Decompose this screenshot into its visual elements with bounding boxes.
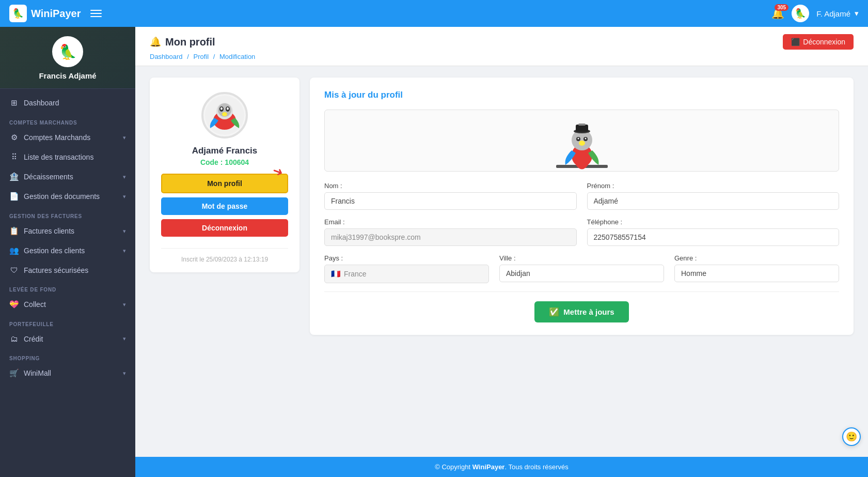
user-name-label: F. Adjamé [816, 9, 850, 18]
page-footer: © Copyright WiniPayer. Tous droits réser… [135, 457, 868, 477]
form-group-genre: Genre : [674, 254, 839, 283]
profile-card-profil-button[interactable]: Mon profil [161, 174, 288, 193]
update-form-card: Mis à jour du profil [310, 78, 854, 335]
shopping-icon: 🛒 [9, 368, 19, 378]
sidebar-label-gestion-documents: Gestion des documents [24, 192, 100, 201]
pays-flag: 🇫🇷 [331, 269, 341, 279]
sidebar-label-liste-transactions: Liste des transactions [24, 153, 93, 161]
sidebar-item-decaissements[interactable]: 🏦 Décaissements ▾ [0, 167, 135, 187]
top-nav-left: 🦜 WiniPayer [9, 5, 104, 22]
sidebar-avatar: 🦜 [52, 36, 83, 67]
user-avatar: 🦜 [792, 5, 809, 22]
credit-icon: 🗂 [9, 334, 19, 343]
sidebar-item-factures-securisees[interactable]: 🛡 Factures sécurisées [0, 260, 135, 280]
update-submit-button[interactable]: ✅ Mettre à jours [534, 301, 628, 322]
profile-card-code: Code : 100604 [200, 158, 249, 166]
nom-input[interactable] [324, 192, 577, 210]
sidebar-item-comptes-marchands[interactable]: ⚙ Comptes Marchands ▾ [0, 128, 135, 147]
check-icon: ✅ [549, 307, 559, 317]
breadcrumb-profil[interactable]: Profil [193, 53, 209, 60]
hamburger-line-1 [90, 10, 102, 11]
sidebar-item-winimall[interactable]: 🛒 WiniMall ▾ [0, 363, 135, 383]
form-group-email: Email : [324, 218, 577, 246]
sidebar-avatar-wrap: 🦜 [52, 36, 83, 67]
page-header: 🔔 Mon profil ⬛ Déconnexion Dashboard / P… [135, 27, 868, 66]
shield-icon: 🛡 [9, 266, 19, 274]
sidebar-item-dashboard[interactable]: ⊞ Dashboard [0, 93, 135, 113]
hamburger-button[interactable] [88, 8, 104, 19]
svg-rect-14 [578, 124, 586, 126]
email-input[interactable] [324, 228, 577, 246]
app-name: WiniPayer [31, 8, 81, 20]
comptes-icon: ⚙ [9, 133, 19, 142]
avatar-upload-illustration [530, 119, 634, 171]
telephone-input[interactable] [587, 228, 840, 246]
sidebar: 🦜 Francis Adjamé ⊞ Dashboard COMPTES MAR… [0, 27, 135, 477]
prenom-input[interactable] [587, 192, 840, 210]
update-form-title: Mis à jour du profil [324, 90, 839, 100]
chevron-icon-docs: ▾ [123, 193, 126, 200]
sidebar-item-credit[interactable]: 🗂 Crédit ▾ [0, 329, 135, 348]
chevron-down-icon: ▾ [855, 9, 859, 18]
profile-card-name: Adjamé Francis [192, 146, 258, 156]
breadcrumb-modification: Modification [219, 53, 255, 60]
form-group-nom: Nom : [324, 182, 577, 210]
genre-input[interactable] [674, 265, 839, 282]
chevron-icon-dec: ▾ [123, 174, 126, 180]
telephone-label: Téléphone : [587, 218, 840, 226]
sidebar-item-factures-clients[interactable]: 📋 Factures clients ▾ [0, 221, 135, 241]
section-label-levee-fond: LEVÉE DE FOND [0, 280, 135, 295]
form-group-telephone: Téléphone : [587, 218, 840, 246]
sidebar-nav: ⊞ Dashboard COMPTES MARCHANDS ⚙ Comptes … [0, 89, 135, 477]
pays-input[interactable]: 🇫🇷 France [324, 265, 489, 283]
sidebar-item-collect[interactable]: 💝 Collect ▾ [0, 295, 135, 314]
decaissements-icon: 🏦 [9, 172, 19, 181]
chevron-icon-clients: ▾ [123, 248, 126, 254]
hamburger-line-3 [90, 16, 102, 17]
notifications-badge: 305 [775, 4, 788, 11]
sidebar-item-gestion-clients[interactable]: 👥 Gestion des clients ▾ [0, 241, 135, 260]
breadcrumb-dashboard[interactable]: Dashboard [150, 53, 183, 60]
profile-avatar [201, 92, 248, 139]
page-content: Adjamé Francis Code : 100604 ➜ Mon profi… [135, 66, 868, 457]
sidebar-label-dashboard: Dashboard [24, 99, 59, 107]
profile-inscription-date: Inscrit le 25/09/2023 à 12:13:19 [181, 256, 268, 263]
sidebar-label-gestion-clients: Gestion des clients [24, 247, 85, 255]
svg-rect-13 [576, 125, 588, 132]
profile-card-password-button[interactable]: Mot de passe [161, 197, 288, 215]
chat-bubble-button[interactable]: 🙂 [842, 427, 861, 446]
content-area: 🔔 Mon profil ⬛ Déconnexion Dashboard / P… [135, 27, 868, 477]
nom-label: Nom : [324, 182, 577, 190]
svg-point-8 [222, 112, 227, 116]
form-row-location: Pays : 🇫🇷 France Ville : Genre : [324, 254, 839, 283]
section-label-shopping: SHOPPING [0, 348, 135, 363]
update-submit-label: Mettre à jours [563, 307, 614, 316]
factures-icon: 📋 [9, 226, 19, 236]
svg-point-6 [220, 107, 223, 110]
profile-card: Adjamé Francis Code : 100604 ➜ Mon profi… [150, 78, 299, 272]
footer-text: © Copyright WiniPayer. Tous droits réser… [435, 463, 569, 471]
bell-icon: 🔔 [150, 36, 161, 48]
logout-label: Déconnexion [803, 38, 845, 46]
section-label-comptes-marchands: COMPTES MARCHANDS [0, 113, 135, 128]
transactions-icon: ⠿ [9, 152, 19, 162]
svg-point-19 [579, 141, 585, 146]
parrot-illustration [204, 95, 245, 136]
profile-card-logout-button[interactable]: Déconnexion [161, 219, 288, 237]
breadcrumb: Dashboard / Profil / Modification [150, 53, 854, 66]
avatar-upload-area[interactable] [324, 110, 839, 172]
sidebar-item-gestion-documents[interactable]: 📄 Gestion des documents ▾ [0, 187, 135, 206]
user-menu-button[interactable]: F. Adjamé ▾ [816, 9, 859, 18]
docs-icon: 📄 [9, 192, 19, 201]
ville-label: Ville : [499, 254, 664, 262]
sidebar-label-comptes-marchands: Comptes Marchands [24, 133, 90, 142]
sidebar-item-liste-transactions[interactable]: ⠿ Liste des transactions [0, 147, 135, 167]
sidebar-label-collect: Collect [24, 300, 46, 309]
top-nav-right: 🔔 305 🦜 F. Adjamé ▾ [771, 5, 859, 22]
notifications-button[interactable]: 🔔 305 [771, 7, 784, 20]
logout-button[interactable]: ⬛ Déconnexion [783, 34, 854, 50]
section-label-portefeuille: PORTEFEUILLE [0, 314, 135, 329]
ville-input[interactable] [499, 265, 664, 282]
sidebar-label-factures-clients: Factures clients [24, 227, 74, 235]
top-navigation: 🦜 WiniPayer 🔔 305 🦜 F. Adjamé ▾ [0, 0, 868, 27]
